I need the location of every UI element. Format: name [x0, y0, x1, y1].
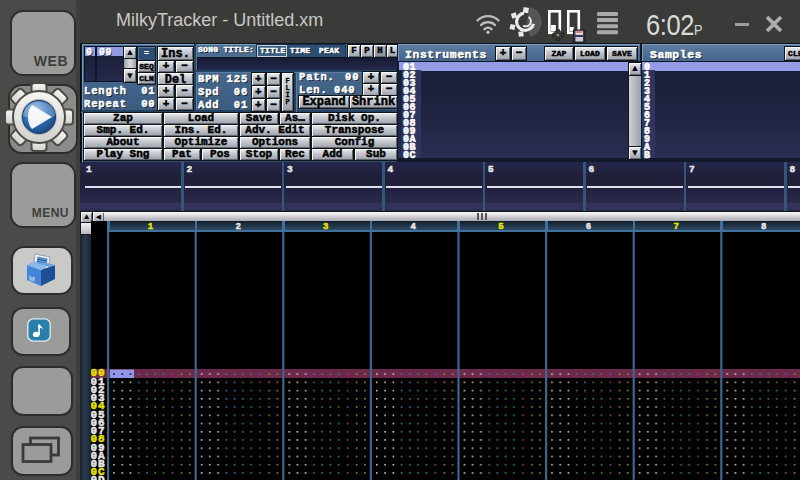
svg-text:0D: 0D: [91, 474, 106, 480]
svg-text:M: M: [29, 275, 35, 284]
